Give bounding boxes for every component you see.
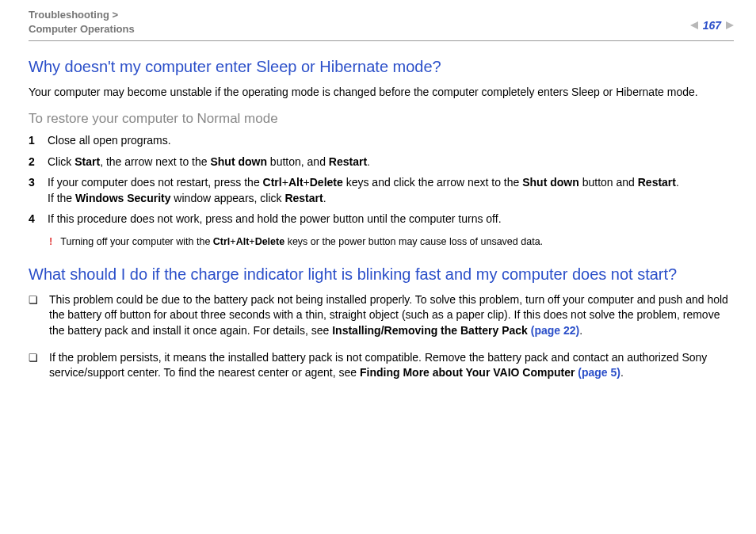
step-text: Close all open programs. [48,133,734,149]
page-number: 167 [703,19,721,32]
sleep-subhead: To restore your computer to Normal mode [29,111,734,127]
list-item: ❏ If the problem persists, it means the … [29,350,734,381]
warning-note: ! Turning off your computer with the Ctr… [49,235,734,249]
restore-steps-list: 1 Close all open programs. 2 Click Start… [29,133,734,227]
step-1: 1 Close all open programs. [29,133,734,149]
bullet-icon: ❏ [29,350,38,366]
warning-text: Turning off your computer with the Ctrl+… [60,235,543,249]
list-item: ❏ This problem could be due to the batte… [29,292,734,339]
step-2: 2 Click Start, the arrow next to the Shu… [29,154,734,170]
step-text: Click Start, the arrow next to the Shut … [48,154,734,170]
page-link-5[interactable]: (page 5) [578,366,620,379]
section-title-sleep: Why doesn't my computer enter Sleep or H… [29,57,734,77]
step-number: 3 [29,175,36,191]
step-3: 3 If your computer does not restart, pre… [29,175,734,206]
breadcrumb-line-1: Troubleshooting > [29,8,135,22]
bullet-text: If the problem persists, it means the in… [49,350,734,381]
step-number: 4 [29,212,36,227]
next-page-icon[interactable] [726,21,734,29]
sleep-intro: Your computer may become unstable if the… [29,85,734,100]
step-4: 4 If this procedure does not work, press… [29,212,734,227]
section-title-charge: What should I do if the charge indicator… [29,265,734,284]
charge-bullets: ❏ This problem could be due to the batte… [29,292,734,381]
breadcrumb-line-2: Computer Operations [29,22,135,36]
step-text: If your computer does not restart, press… [48,175,734,206]
bullet-text: This problem could be due to the battery… [49,292,734,339]
page-nav: 167 [690,8,734,32]
step-number: 2 [29,154,36,170]
bullet-icon: ❏ [29,292,38,308]
step-text: If this procedure does not work, press a… [48,212,734,227]
page-header: Troubleshooting > Computer Operations 16… [29,8,734,41]
prev-page-icon[interactable] [690,21,698,29]
step-number: 1 [29,133,36,149]
breadcrumb: Troubleshooting > Computer Operations [29,8,135,36]
warning-icon: ! [49,235,52,249]
page-link-22[interactable]: (page 22) [531,324,579,337]
